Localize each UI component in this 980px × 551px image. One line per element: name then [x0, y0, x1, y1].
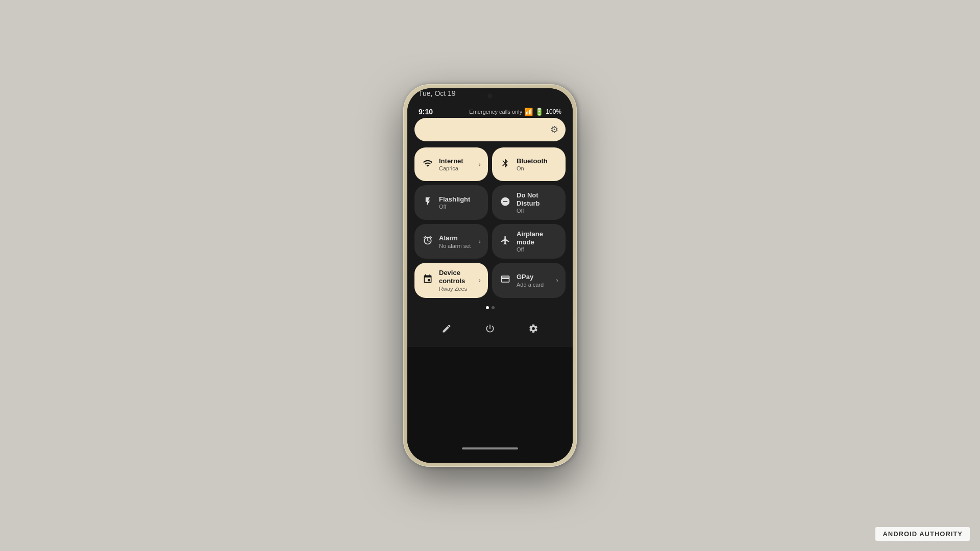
internet-arrow-icon: ›: [478, 160, 481, 168]
dnd-tile[interactable]: Do Not Disturb Off: [492, 185, 566, 220]
phone-device: Tue, Oct 19 9:10 Emergency calls only 📶 …: [403, 84, 577, 467]
airplane-title: Airplane mode: [517, 230, 558, 246]
bluetooth-subtitle: On: [517, 165, 558, 171]
action-row: [414, 312, 566, 347]
watermark-text: ANDROID AUTHORITY: [883, 530, 963, 538]
wifi-status-icon: 📶: [524, 108, 533, 116]
quick-settings-panel: ⚙ Internet Caprica: [407, 118, 573, 347]
home-bar: [407, 447, 573, 455]
battery-status-icon: 🔋: [535, 108, 544, 116]
bluetooth-title: Bluetooth: [517, 157, 558, 165]
flashlight-tile[interactable]: Flashlight Off: [414, 185, 488, 220]
device-controls-subtitle: Rway Zees: [439, 286, 473, 292]
dnd-icon: [499, 196, 511, 209]
wifi-icon: [422, 158, 434, 171]
alarm-arrow-icon: ›: [478, 237, 481, 245]
camera-notch: [487, 93, 493, 98]
bluetooth-icon: [499, 158, 511, 171]
device-controls-icon: [422, 274, 434, 287]
gpay-subtitle: Add a card: [517, 282, 551, 288]
watermark: ANDROID AUTHORITY: [875, 527, 970, 541]
gpay-icon: [499, 274, 511, 287]
pagination-dots: [414, 303, 566, 312]
battery-percentage: 100%: [546, 108, 561, 115]
dnd-subtitle: Off: [517, 208, 558, 214]
alarm-tile-text: Alarm No alarm set: [439, 234, 473, 249]
alarm-icon: [422, 235, 434, 248]
phone-bezel: Tue, Oct 19 9:10 Emergency calls only 📶 …: [407, 88, 573, 463]
airplane-subtitle: Off: [517, 246, 558, 253]
tiles-grid: Internet Caprica › Bluetoot: [414, 147, 566, 298]
gpay-tile[interactable]: GPay Add a card ›: [492, 263, 566, 297]
gpay-tile-text: GPay Add a card: [517, 273, 551, 288]
internet-tile[interactable]: Internet Caprica ›: [414, 147, 488, 181]
device-controls-tile-text: Device controls Rway Zees: [439, 269, 473, 291]
settings-gear-icon[interactable]: ⚙: [550, 124, 558, 135]
flashlight-icon: [422, 196, 434, 209]
alarm-title: Alarm: [439, 234, 473, 242]
power-button[interactable]: [479, 317, 501, 340]
device-controls-arrow-icon: ›: [478, 276, 481, 284]
airplane-icon: [499, 235, 511, 248]
device-controls-title: Device controls: [439, 269, 473, 285]
status-right: Emergency calls only 📶 🔋 100%: [469, 108, 561, 116]
settings-button[interactable]: [522, 317, 545, 340]
status-time: 9:10: [419, 108, 433, 116]
flashlight-tile-text: Flashlight Off: [439, 195, 481, 210]
dnd-tile-text: Do Not Disturb Off: [517, 191, 558, 214]
alarm-subtitle: No alarm set: [439, 243, 473, 249]
search-settings-row[interactable]: ⚙: [414, 118, 566, 141]
airplane-tile-text: Airplane mode Off: [517, 230, 558, 253]
bluetooth-tile[interactable]: Bluetooth On: [492, 147, 566, 181]
airplane-tile[interactable]: Airplane mode Off: [492, 224, 566, 259]
bluetooth-tile-text: Bluetooth On: [517, 157, 558, 172]
internet-title: Internet: [439, 157, 473, 165]
device-controls-tile[interactable]: Device controls Rway Zees ›: [414, 263, 488, 297]
dot-1: [486, 306, 489, 309]
home-indicator[interactable]: [462, 447, 518, 449]
flashlight-title: Flashlight: [439, 195, 481, 204]
gpay-title: GPay: [517, 273, 551, 281]
alarm-tile[interactable]: Alarm No alarm set ›: [414, 224, 488, 259]
gpay-arrow-icon: ›: [556, 276, 558, 284]
bottom-area: [407, 347, 573, 463]
phone-screen: Tue, Oct 19 9:10 Emergency calls only 📶 …: [407, 88, 573, 463]
internet-tile-text: Internet Caprica: [439, 157, 473, 172]
internet-subtitle: Caprica: [439, 165, 473, 171]
status-bar: 9:10 Emergency calls only 📶 🔋 100%: [407, 102, 573, 118]
edit-button[interactable]: [435, 317, 458, 340]
flashlight-subtitle: Off: [439, 204, 481, 210]
date-text: Tue, Oct 19: [419, 89, 456, 97]
emergency-text: Emergency calls only: [469, 109, 522, 115]
dot-2: [492, 306, 495, 309]
dnd-title: Do Not Disturb: [517, 191, 558, 207]
